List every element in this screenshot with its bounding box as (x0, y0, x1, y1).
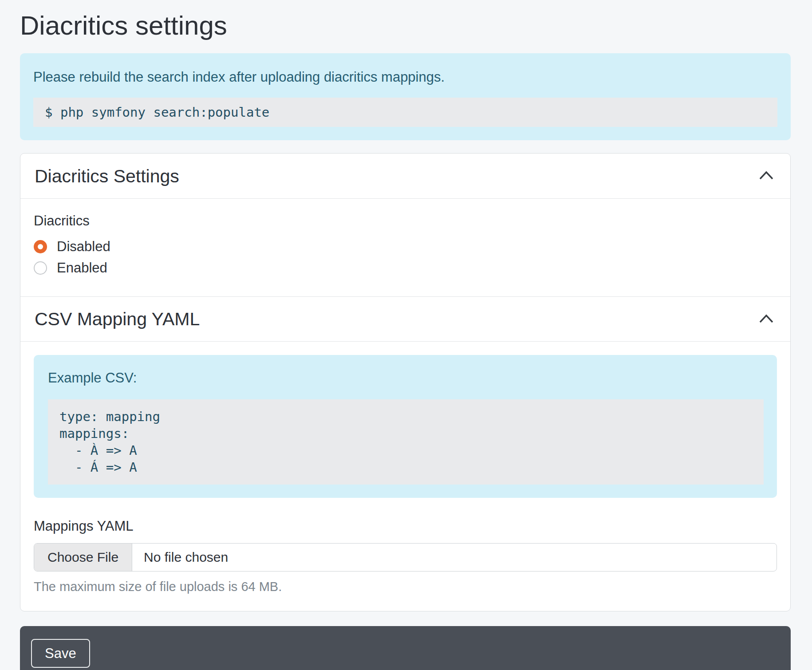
radio-option-disabled[interactable]: Disabled (34, 238, 777, 256)
diacritics-field-label: Diacritics (34, 212, 777, 230)
csv-mapping-section-header: CSV Mapping YAML (20, 296, 790, 341)
page-title: Diacritics settings (20, 10, 791, 42)
mappings-yaml-label: Mappings YAML (34, 517, 777, 535)
example-csv-label: Example CSV: (48, 369, 764, 387)
radio-disabled-selected[interactable] (34, 240, 47, 253)
diacritics-radio-group: Diacritics Disabled Enabled (20, 198, 790, 296)
radio-enabled-unselected[interactable] (34, 261, 47, 275)
radio-disabled-label: Disabled (57, 239, 110, 255)
example-csv-code: type: mapping mappings: - À => A - Á => … (48, 399, 764, 485)
rebuild-command-code: $ php symfony search:populate (33, 98, 777, 127)
radio-option-enabled[interactable]: Enabled (34, 259, 777, 277)
example-csv-box: Example CSV: type: mapping mappings: - À… (34, 355, 777, 498)
chevron-up-icon (757, 311, 776, 327)
upload-size-help-text: The maximum size of file uploads is 64 M… (34, 578, 777, 595)
radio-enabled-label: Enabled (57, 260, 107, 276)
chevron-up-icon (757, 168, 776, 184)
diacritics-settings-section-title: Diacritics Settings (35, 166, 179, 186)
mappings-yaml-file-input[interactable]: Choose File No file chosen (34, 543, 777, 571)
csv-mapping-body: Example CSV: type: mapping mappings: - À… (20, 341, 790, 611)
settings-card: Diacritics Settings Diacritics Disabled … (20, 153, 791, 611)
diacritics-settings-section-header: Diacritics Settings (20, 154, 790, 198)
diacritics-settings-collapse-toggle[interactable] (757, 169, 776, 183)
rebuild-index-alert: Please rebuild the search index after up… (20, 53, 791, 140)
alert-message: Please rebuild the search index after up… (33, 68, 777, 86)
choose-file-button[interactable]: Choose File (34, 544, 132, 571)
csv-mapping-collapse-toggle[interactable] (757, 312, 776, 326)
save-button[interactable]: Save (31, 639, 90, 668)
file-chosen-status: No file chosen (132, 550, 228, 565)
diacritics-settings-page: Diacritics settings Please rebuild the s… (20, 0, 791, 670)
form-actions-bar: Save (20, 626, 791, 670)
csv-mapping-section-title: CSV Mapping YAML (35, 309, 200, 329)
